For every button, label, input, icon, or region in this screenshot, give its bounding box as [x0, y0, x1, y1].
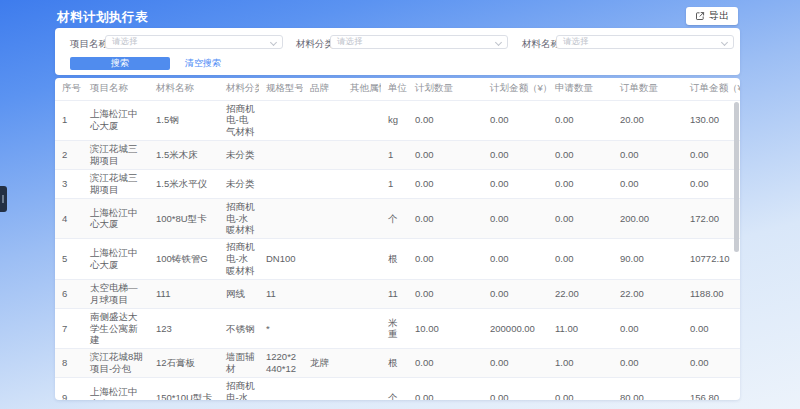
table-cell [303, 308, 343, 349]
search-button[interactable]: 搜索 [70, 57, 170, 70]
table-cell: 11.00 [548, 308, 613, 349]
table-cell: 200.00 [613, 198, 683, 239]
chevron-down-icon [270, 39, 277, 46]
table-cell: 5 [55, 239, 83, 280]
table-cell: 上海松江中心大厦 [83, 378, 149, 401]
table-cell [303, 198, 343, 239]
table-cell: 0.00 [408, 198, 483, 239]
table-row[interactable]: 9上海松江中心大厦150*10U型卡招商机电-水暖材料个0.000.000.00… [55, 378, 740, 401]
table-cell: DN100 [259, 239, 303, 280]
table-cell: 22.00 [613, 279, 683, 308]
filter-panel: 项目名称 请选择 材料分类 请选择 材料名称 请选择 搜索 清空搜索 [55, 28, 740, 75]
table-row[interactable]: 7南侧盛达大学生公寓新建123不锈钢*米重10.00200000.0011.00… [55, 308, 740, 349]
materials-table: 序号项目名称材料名称材料分类规格型号品牌其他属性单位计划数量计划金额（¥）申请数… [55, 78, 740, 400]
table-cell: 0.00 [548, 141, 613, 170]
vertical-scrollbar[interactable] [734, 102, 739, 252]
chevron-down-icon [495, 39, 502, 46]
table-cell: 0.00 [613, 349, 683, 378]
material-select[interactable]: 请选择 [556, 35, 734, 49]
table-cell [303, 279, 343, 308]
results-table-panel: 序号项目名称材料名称材料分类规格型号品牌其他属性单位计划数量计划金额（¥）申请数… [55, 78, 740, 400]
column-header: 项目名称 [83, 78, 149, 100]
table-cell: 0.00 [613, 169, 683, 198]
table-cell: 0.00 [483, 239, 548, 280]
project-filter-label: 项目名称 [70, 37, 108, 50]
table-cell: 0.00 [483, 378, 548, 401]
table-cell [343, 239, 381, 280]
table-cell: 1 [381, 169, 408, 198]
table-cell [343, 349, 381, 378]
table-row[interactable]: 4上海松江中心大厦100*8U型卡招商机电-水暖材料个0.000.000.002… [55, 198, 740, 239]
table-cell: 0.00 [548, 239, 613, 280]
table-row[interactable]: 1上海松江中心大厦1.5钢招商机电-电气材料kg0.000.000.0020.0… [55, 100, 740, 141]
table-cell [259, 198, 303, 239]
table-cell: 0.00 [483, 198, 548, 239]
table-cell: 22.00 [548, 279, 613, 308]
table-cell: 10.00 [408, 308, 483, 349]
material-select-placeholder: 请选择 [563, 36, 589, 48]
table-cell [259, 169, 303, 198]
table-row[interactable]: 8滨江花城8期项目-分包12石膏板墙面辅材1220*2440*12龙牌根0.00… [55, 349, 740, 378]
table-cell: 1220*2440*12 [259, 349, 303, 378]
app-background: 材料计划执行表 导出 项目名称 请选择 材料分类 请选择 材料名称 请选择 搜索… [0, 0, 800, 409]
table-cell: 1.5米水平仪 [149, 169, 219, 198]
table-cell [259, 378, 303, 401]
table-cell: 上海松江中心大厦 [83, 198, 149, 239]
table-cell: 墙面辅材 [219, 349, 259, 378]
table-cell: 0.00 [483, 169, 548, 198]
table-cell: 200000.00 [483, 308, 548, 349]
table-cell: 0.00 [408, 100, 483, 141]
table-cell: 0.00 [408, 239, 483, 280]
table-cell: 0.00 [408, 378, 483, 401]
table-cell: 上海松江中心大厦 [83, 100, 149, 141]
table-cell: 滨江花城三期项目 [83, 141, 149, 170]
column-header: 品牌 [303, 78, 343, 100]
table-cell [303, 100, 343, 141]
table-cell: 南侧盛达大学生公寓新建 [83, 308, 149, 349]
table-cell: 招商机电-水暖材料 [219, 378, 259, 401]
project-select[interactable]: 请选择 [105, 35, 283, 49]
table-cell: 滨江花城三期项目 [83, 169, 149, 198]
table-cell: * [259, 308, 303, 349]
table-cell [259, 141, 303, 170]
table-cell: 111 [149, 279, 219, 308]
table-cell: 123 [149, 308, 219, 349]
table-cell [303, 169, 343, 198]
table-row[interactable]: 6太空电梯—月球项目111网线11110.000.0022.0022.00118… [55, 279, 740, 308]
table-cell: 0.00 [483, 141, 548, 170]
sidebar-collapse-handle[interactable] [0, 186, 7, 212]
clear-search-button[interactable]: 清空搜索 [185, 57, 221, 70]
table-row[interactable]: 3滨江花城三期项目1.5米水平仪未分类10.000.000.000.000.00 [55, 169, 740, 198]
export-icon [695, 11, 705, 21]
table-cell: 100铸铁管G [149, 239, 219, 280]
table-cell: 9 [55, 378, 83, 401]
table-cell: 招商机电-水暖材料 [219, 198, 259, 239]
table-cell [259, 100, 303, 141]
column-header: 其他属性 [343, 78, 381, 100]
category-select[interactable]: 请选择 [330, 35, 508, 49]
table-cell: 0.00 [548, 378, 613, 401]
table-cell: 0.00 [408, 141, 483, 170]
table-cell [343, 141, 381, 170]
table-cell [343, 378, 381, 401]
table-cell [303, 239, 343, 280]
export-button[interactable]: 导出 [686, 7, 738, 25]
table-cell: kg [381, 100, 408, 141]
table-cell: 11 [259, 279, 303, 308]
table-cell: 3 [55, 169, 83, 198]
chevron-down-icon [721, 39, 728, 46]
table-cell: 10772.10 [683, 239, 740, 280]
column-header: 订单金额（¥） [683, 78, 740, 100]
column-header: 规格型号 [259, 78, 303, 100]
table-cell: 0.00 [683, 141, 740, 170]
table-cell: 11 [381, 279, 408, 308]
table-cell: 0.00 [548, 198, 613, 239]
table-row[interactable]: 2滨江花城三期项目1.5米木床未分类10.000.000.000.000.00 [55, 141, 740, 170]
column-header: 计划金额（¥） [483, 78, 548, 100]
column-header: 计划数量 [408, 78, 483, 100]
table-cell: 2 [55, 141, 83, 170]
table-header-row: 序号项目名称材料名称材料分类规格型号品牌其他属性单位计划数量计划金额（¥）申请数… [55, 78, 740, 100]
table-cell: 0.00 [483, 349, 548, 378]
table-row[interactable]: 5上海松江中心大厦100铸铁管G招商机电-水暖材料DN100根0.000.000… [55, 239, 740, 280]
project-select-placeholder: 请选择 [112, 36, 138, 48]
